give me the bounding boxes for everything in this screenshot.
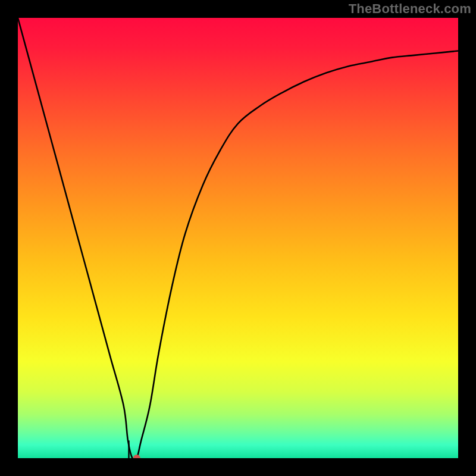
plot-background	[18, 18, 458, 458]
chart-svg	[18, 18, 458, 458]
plot-area	[18, 18, 458, 458]
watermark-text: TheBottleneck.com	[349, 1, 471, 17]
chart-frame: TheBottleneck.com	[0, 0, 476, 476]
